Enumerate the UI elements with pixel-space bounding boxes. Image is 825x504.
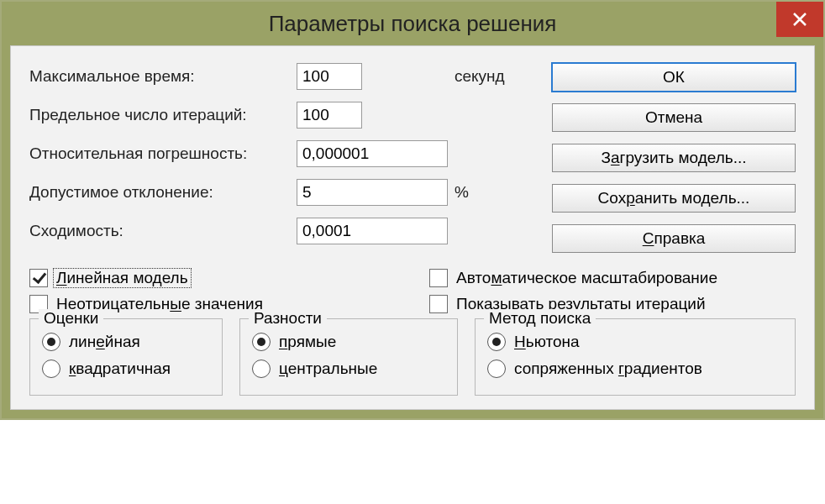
checkbox-grid: Линейная модель Автоматическое масштабир… bbox=[29, 268, 796, 313]
radio-icon bbox=[487, 360, 506, 378]
param-rows: Максимальное время: секунд Предельное чи… bbox=[29, 63, 527, 253]
radio-icon bbox=[42, 333, 60, 351]
radio-icon bbox=[487, 333, 506, 351]
row-max-time: Максимальное время: секунд bbox=[29, 63, 527, 90]
save-model-button[interactable]: Сохранить модель... bbox=[552, 184, 796, 213]
load-model-button[interactable]: Загрузить модель... bbox=[552, 144, 796, 172]
radio-diff-central-label: центральные bbox=[279, 360, 377, 378]
label-allowed-deviation: Допустимое отклонение: bbox=[29, 183, 290, 202]
window-title: Параметры поиска решения bbox=[269, 11, 557, 37]
label-convergence: Сходимость: bbox=[29, 222, 290, 240]
unit-percent: % bbox=[455, 183, 505, 202]
radio-icon bbox=[42, 360, 60, 378]
checkbox-icon bbox=[429, 269, 448, 287]
radio-icon bbox=[252, 333, 271, 351]
row-convergence: Сходимость: bbox=[29, 218, 527, 244]
group-estimates: Оценки линейная квадратичная bbox=[29, 318, 223, 396]
checkbox-icon bbox=[29, 269, 48, 287]
radio-estimates-linear[interactable]: линейная bbox=[42, 333, 210, 351]
radio-diff-forward-label: прямые bbox=[279, 333, 336, 351]
check-linear-model-label: Линейная модель bbox=[53, 268, 192, 288]
check-linear-model[interactable]: Линейная модель bbox=[29, 268, 396, 288]
radio-estimates-linear-label: линейная bbox=[69, 333, 140, 351]
action-buttons: ОК Отмена Загрузить модель... Сохранить … bbox=[552, 63, 796, 253]
radio-estimates-quadratic[interactable]: квадратичная bbox=[42, 360, 210, 378]
titlebar: Параметры поиска решения bbox=[2, 2, 823, 45]
radio-search-newton[interactable]: Ньютона bbox=[487, 333, 783, 351]
row-max-iter: Предельное число итераций: bbox=[29, 102, 527, 129]
close-icon bbox=[792, 12, 807, 27]
group-differences: Разности прямые центральные bbox=[239, 318, 458, 396]
input-tolerance[interactable] bbox=[297, 140, 448, 167]
input-convergence[interactable] bbox=[297, 218, 448, 244]
radio-diff-central[interactable]: центральные bbox=[252, 360, 445, 378]
checkbox-icon bbox=[429, 295, 448, 313]
ok-button[interactable]: ОК bbox=[552, 63, 796, 92]
cancel-button[interactable]: Отмена bbox=[552, 103, 796, 132]
row-tolerance: Относительная погрешность: bbox=[29, 140, 527, 167]
radio-diff-forward[interactable]: прямые bbox=[252, 333, 445, 351]
legend-search-method: Метод поиска bbox=[484, 309, 596, 328]
input-max-iter[interactable] bbox=[297, 102, 362, 129]
radio-search-newton-label: Ньютона bbox=[514, 333, 580, 351]
group-search-method: Метод поиска Ньютона сопряженных градиен… bbox=[475, 318, 796, 396]
legend-estimates: Оценки bbox=[39, 309, 103, 328]
legend-differences: Разности bbox=[249, 309, 327, 328]
label-max-iter: Предельное число итераций: bbox=[29, 106, 290, 124]
unit-seconds: секунд bbox=[455, 67, 505, 86]
label-tolerance: Относительная погрешность: bbox=[29, 144, 290, 163]
check-auto-scaling[interactable]: Автоматическое масштабирование bbox=[429, 268, 796, 288]
radio-search-conjugate[interactable]: сопряженных градиентов bbox=[487, 360, 783, 378]
radio-estimates-quadratic-label: квадратичная bbox=[69, 360, 171, 378]
input-max-time[interactable] bbox=[297, 63, 362, 90]
input-allowed-deviation[interactable] bbox=[297, 179, 448, 206]
radio-icon bbox=[252, 360, 271, 378]
check-auto-scaling-label: Автоматическое масштабирование bbox=[456, 269, 717, 287]
solver-options-dialog: Параметры поиска решения Максимальное вр… bbox=[0, 0, 825, 420]
dialog-content: Максимальное время: секунд Предельное чи… bbox=[10, 45, 815, 410]
help-button[interactable]: Справка bbox=[552, 224, 796, 253]
option-groups: Оценки линейная квадратичная Разности пр… bbox=[29, 318, 796, 396]
row-allowed-deviation: Допустимое отклонение: % bbox=[29, 179, 527, 206]
radio-search-conjugate-label: сопряженных градиентов bbox=[514, 360, 702, 378]
close-button[interactable] bbox=[776, 2, 823, 37]
label-max-time: Максимальное время: bbox=[29, 67, 290, 86]
